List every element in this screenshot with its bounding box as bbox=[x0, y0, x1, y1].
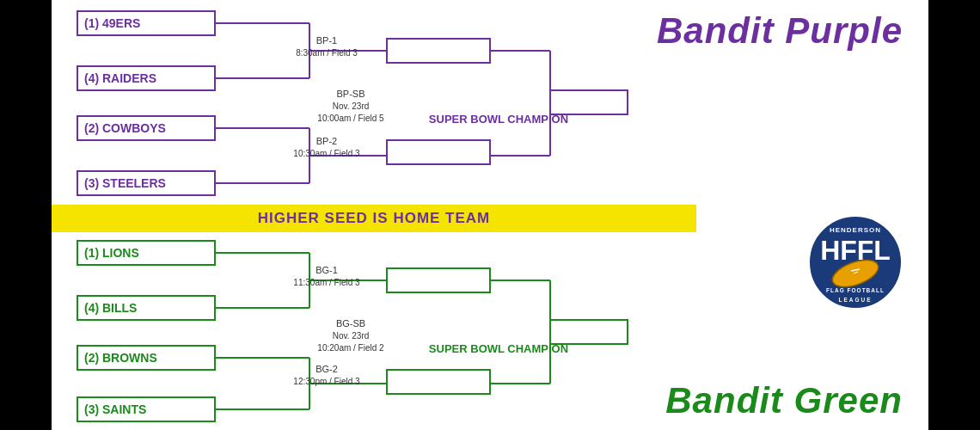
svg-text:(3) STEELERS: (3) STEELERS bbox=[84, 176, 166, 190]
svg-rect-55 bbox=[550, 320, 628, 344]
svg-text:Nov. 23rd: Nov. 23rd bbox=[333, 331, 370, 341]
svg-text:BG-2: BG-2 bbox=[315, 364, 338, 374]
svg-text:(3) SAINTS: (3) SAINTS bbox=[84, 402, 146, 416]
yellow-banner: HIGHER SEED IS HOME TEAM bbox=[52, 205, 696, 232]
purple-bracket-svg: (1) 49ERS (4) RAIDERS (2) COWBOYS (3) ST… bbox=[69, 4, 636, 200]
svg-text:(4) RAIDERS: (4) RAIDERS bbox=[84, 71, 156, 85]
title-bandit-green: Bandit Green bbox=[665, 380, 903, 421]
title-bandit-purple: Bandit Purple bbox=[657, 10, 903, 52]
svg-text:12:30pm / Field 3: 12:30pm / Field 3 bbox=[293, 377, 360, 386]
svg-text:BP-SB: BP-SB bbox=[336, 89, 364, 99]
svg-text:Nov. 23rd: Nov. 23rd bbox=[333, 101, 370, 111]
left-sidebar bbox=[0, 0, 52, 430]
svg-text:10:20am / Field 2: 10:20am / Field 2 bbox=[317, 343, 384, 353]
svg-text:8:30am / Field 3: 8:30am / Field 3 bbox=[296, 48, 358, 58]
svg-rect-19 bbox=[387, 140, 490, 164]
hffl-logo: HENDERSON HFFL FLAG FOOTBALL LEAGUE bbox=[808, 215, 903, 310]
purple-bracket: (1) 49ERS (4) RAIDERS (2) COWBOYS (3) ST… bbox=[69, 4, 636, 200]
svg-text:(1) LIONS: (1) LIONS bbox=[84, 246, 139, 260]
green-bracket-svg: (1) LIONS (4) BILLS (2) BROWNS (3) SAINT… bbox=[69, 234, 636, 423]
svg-text:10:30am / Field 3: 10:30am / Field 3 bbox=[293, 149, 360, 158]
svg-text:SUPER BOWL CHAMPION: SUPER BOWL CHAMPION bbox=[429, 113, 568, 126]
svg-rect-25 bbox=[550, 90, 628, 114]
svg-text:HENDERSON: HENDERSON bbox=[830, 226, 881, 234]
svg-text:BG-1: BG-1 bbox=[315, 265, 338, 275]
green-bracket: (1) LIONS (4) BILLS (2) BROWNS (3) SAINT… bbox=[69, 234, 636, 423]
svg-text:BP-2: BP-2 bbox=[316, 136, 337, 146]
svg-text:10:00am / Field 5: 10:00am / Field 5 bbox=[317, 114, 384, 123]
svg-text:(4) BILLS: (4) BILLS bbox=[84, 301, 137, 315]
right-sidebar bbox=[928, 0, 980, 430]
hffl-logo-svg: HENDERSON HFFL FLAG FOOTBALL LEAGUE bbox=[808, 215, 903, 310]
svg-rect-18 bbox=[387, 39, 490, 63]
svg-text:BG-SB: BG-SB bbox=[336, 318, 365, 329]
svg-text:(2) BROWNS: (2) BROWNS bbox=[84, 351, 157, 365]
svg-text:11:30am / Field 3: 11:30am / Field 3 bbox=[293, 278, 360, 287]
svg-text:(1) 49ERS: (1) 49ERS bbox=[84, 16, 140, 30]
main-content: Bandit Purple Bandit Green HIGHER SEED I… bbox=[52, 0, 928, 430]
svg-text:LEAGUE: LEAGUE bbox=[838, 297, 872, 303]
svg-text:SUPER BOWL CHAMPION: SUPER BOWL CHAMPION bbox=[429, 342, 568, 355]
svg-text:BP-1: BP-1 bbox=[316, 35, 337, 46]
svg-text:FLAG FOOTBALL: FLAG FOOTBALL bbox=[826, 287, 885, 293]
svg-text:(2) COWBOYS: (2) COWBOYS bbox=[84, 121, 166, 135]
yellow-banner-text: HIGHER SEED IS HOME TEAM bbox=[258, 210, 491, 227]
svg-rect-49 bbox=[387, 370, 490, 394]
svg-rect-48 bbox=[387, 268, 490, 292]
